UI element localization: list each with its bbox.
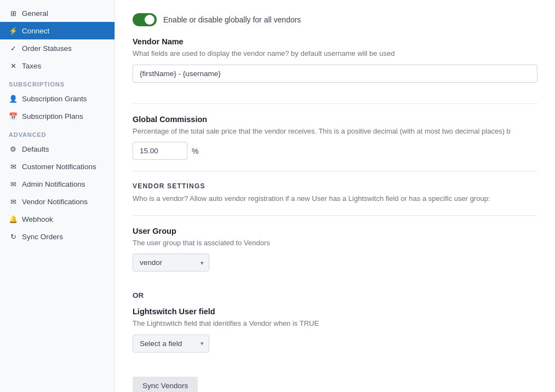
sidebar-item-taxes-label: Taxes <box>22 62 41 70</box>
lightswitch-label: Lightswitch User field <box>133 307 537 316</box>
global-commission-desc: Percentage of the total sale price that … <box>133 126 537 137</box>
lightswitch-select[interactable]: Select a field <box>133 335 209 353</box>
sync-vendors-button[interactable]: Sync Vendors <box>133 377 198 393</box>
plug-icon: ⚡ <box>9 26 18 35</box>
sidebar-item-webhook[interactable]: 🔔 Webhook <box>0 210 115 228</box>
vendor-name-input[interactable] <box>133 65 537 83</box>
sidebar-item-taxes[interactable]: ✕ Taxes <box>0 57 115 74</box>
vendor-settings-title: VENDOR SETTINGS <box>133 182 537 190</box>
sidebar-item-vendor-notifications-label: Vendor Notifications <box>22 198 88 206</box>
divider-2 <box>133 171 537 171</box>
sidebar-item-order-statuses-label: Order Statuses <box>22 44 72 53</box>
sidebar-item-connect-label: Connect <box>22 27 49 35</box>
divider-1 <box>133 103 537 104</box>
sidebar-item-admin-notifications[interactable]: ✉ Admin Notifications <box>0 175 115 193</box>
user-group-select-wrap: vendor admin customer ▾ <box>133 253 209 272</box>
sidebar-item-connect[interactable]: ⚡ Connect <box>0 22 115 39</box>
tag-icon: ✕ <box>9 61 18 70</box>
enable-toggle[interactable] <box>133 13 157 26</box>
sidebar-item-subscription-plans-label: Subscription Plans <box>22 112 83 120</box>
vendor-envelope-icon: ✉ <box>9 197 18 206</box>
sidebar: ⊞ General ⚡ Connect ✓ Order Statuses ✕ T… <box>0 0 115 392</box>
global-commission-label: Global Commission <box>133 115 537 124</box>
customer-envelope-icon: ✉ <box>9 162 18 171</box>
sidebar-item-sync-orders[interactable]: ↻ Sync Orders <box>0 228 115 245</box>
main-content: Enable or disable globally for all vendo… <box>115 0 555 392</box>
admin-envelope-icon: ✉ <box>9 180 18 188</box>
lightswitch-desc: The Lightswitch field that identifies a … <box>133 318 537 329</box>
vendor-settings-desc: Who is a vendor? Allow auto vendor regis… <box>133 193 537 204</box>
enable-label: Enable or disable globally for all vendo… <box>163 15 301 24</box>
sidebar-section-main: ⊞ General ⚡ Connect ✓ Order Statuses ✕ T… <box>0 4 115 74</box>
vendor-name-label: Vendor Name <box>133 37 537 46</box>
vendor-settings-section: VENDOR SETTINGS Who is a vendor? Allow a… <box>133 182 537 204</box>
sidebar-section-subscriptions: Subscriptions 👤 Subscription Grants 📅 Su… <box>0 74 115 125</box>
lightswitch-select-wrap: Select a field ▾ <box>133 335 209 353</box>
user-group-section: User Group The user group that is asscia… <box>133 227 537 282</box>
commission-input-wrap: % <box>133 142 537 160</box>
percent-label: % <box>192 147 198 155</box>
sidebar-item-customer-notifications-label: Customer Notifications <box>22 163 96 171</box>
refresh-icon: ↻ <box>9 232 18 241</box>
divider-3 <box>133 215 537 216</box>
sidebar-item-subscription-grants[interactable]: 👤 Subscription Grants <box>0 90 115 107</box>
sidebar-item-webhook-label: Webhook <box>22 215 53 223</box>
sidebar-item-defaults[interactable]: ⚙ Defaults <box>0 140 115 158</box>
toggle-slider <box>133 13 157 26</box>
grid-icon: ⊞ <box>9 9 18 18</box>
or-divider: OR <box>133 291 537 299</box>
enable-row: Enable or disable globally for all vendo… <box>133 13 537 26</box>
user-icon: 👤 <box>9 94 18 103</box>
sidebar-item-defaults-label: Defaults <box>22 145 49 153</box>
check-circle-icon: ✓ <box>9 44 18 53</box>
vendor-name-desc: What fields are used to display the vend… <box>133 48 537 59</box>
sidebar-item-subscription-plans[interactable]: 📅 Subscription Plans <box>0 107 115 125</box>
user-group-label: User Group <box>133 227 537 235</box>
bell-icon: 🔔 <box>9 215 18 223</box>
sidebar-item-general-label: General <box>22 9 48 18</box>
sidebar-section-advanced: Advanced ⚙ Defaults ✉ Customer Notificat… <box>0 125 115 245</box>
advanced-section-label: Advanced <box>0 125 115 140</box>
calendar-icon: 📅 <box>9 112 18 120</box>
commission-input[interactable] <box>133 142 187 160</box>
gear-icon: ⚙ <box>9 145 18 153</box>
global-commission-section: Global Commission Percentage of the tota… <box>133 115 537 160</box>
vendor-name-section: Vendor Name What fields are used to disp… <box>133 37 537 93</box>
sidebar-item-sync-orders-label: Sync Orders <box>22 233 63 241</box>
sidebar-item-vendor-notifications[interactable]: ✉ Vendor Notifications <box>0 193 115 210</box>
sidebar-item-general[interactable]: ⊞ General <box>0 4 115 22</box>
lightswitch-section: Lightswitch User field The Lightswitch f… <box>133 307 537 362</box>
sidebar-item-order-statuses[interactable]: ✓ Order Statuses <box>0 39 115 57</box>
sidebar-item-admin-notifications-label: Admin Notifications <box>22 180 85 188</box>
sidebar-item-customer-notifications[interactable]: ✉ Customer Notifications <box>0 158 115 175</box>
sidebar-item-subscription-grants-label: Subscription Grants <box>22 95 87 103</box>
user-group-desc: The user group that is assciated to Vend… <box>133 238 537 249</box>
subscriptions-section-label: Subscriptions <box>0 74 115 90</box>
user-group-select[interactable]: vendor admin customer <box>133 253 209 272</box>
